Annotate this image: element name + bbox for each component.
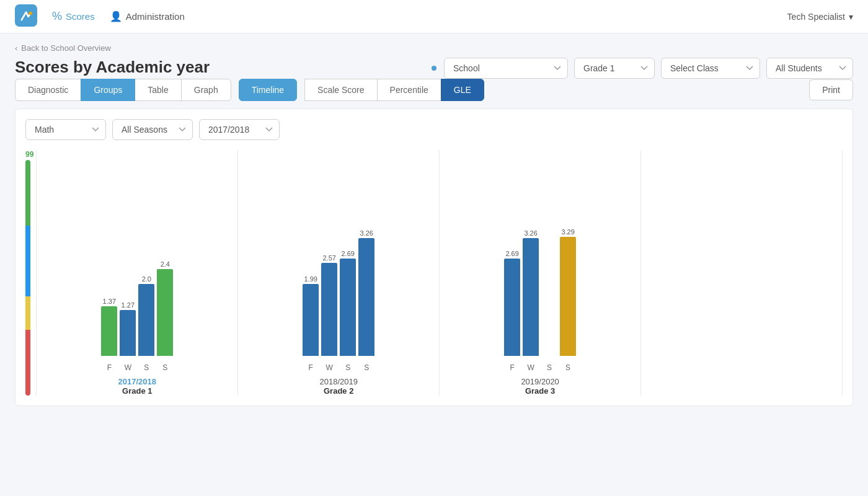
logo [15, 4, 37, 29]
students-filter[interactable]: All Students [766, 58, 853, 79]
bar-wrapper-2-f: 1.99 [303, 275, 319, 356]
bar-wrapper-1-s2: 2.4 [157, 260, 173, 356]
chart-filters: Math All Seasons 2017/2018 [25, 119, 843, 140]
bar-wrapper-2-w: 2.57 [321, 254, 337, 356]
bar-2-f [303, 284, 319, 356]
bar-value-1-s2: 2.4 [161, 260, 170, 268]
bars-area-4 [646, 150, 837, 388]
nav-scores[interactable]: % Scores [52, 10, 95, 23]
class-filter[interactable]: Select Class [661, 58, 760, 79]
chart-column-1: 1.37 1.27 2.0 2.4 [36, 150, 237, 396]
bar-wrapper-3-f: 2.69 [504, 250, 520, 356]
svg-point-1 [29, 12, 32, 15]
x-labels-2: F W S S [243, 361, 434, 372]
tab-timeline[interactable]: Timeline [239, 79, 297, 101]
col-year-1: 2017/2018 [42, 377, 232, 386]
header-left: % Scores 👤 Administration [15, 4, 185, 29]
bar-group-3: 2.69 3.26 3.29 [504, 228, 576, 356]
svg-rect-0 [15, 4, 37, 27]
bar-1-w [120, 310, 136, 356]
season-filter[interactable]: All Seasons [112, 119, 193, 140]
chart-container: Math All Seasons 2017/2018 99 1.37 [15, 108, 853, 406]
school-filter[interactable]: School [444, 58, 568, 79]
col-footer-1: 2017/2018 Grade 1 [42, 372, 232, 396]
bar-value-1-s1: 2.0 [142, 275, 151, 283]
bar-value-3-f: 2.69 [505, 250, 518, 257]
user-name: Tech Specialist [787, 12, 845, 22]
tab-diagnostic[interactable]: Diagnostic [15, 79, 81, 101]
bar-3-f [504, 259, 520, 356]
user-menu[interactable]: Tech Specialist ▾ [787, 12, 853, 22]
admin-icon: 👤 [110, 11, 122, 22]
bar-value-2-w: 2.57 [323, 254, 336, 262]
bar-3-s2 [560, 237, 576, 356]
bar-wrapper-2-s1: 2.69 [340, 250, 356, 356]
col-footer-2: 2018/2019 Grade 2 [243, 372, 434, 396]
bar-value-1-f: 1.37 [103, 298, 116, 305]
bar-2-s2 [358, 238, 374, 356]
tab-table[interactable]: Table [135, 79, 181, 101]
col-year-3: 2019/2020 [445, 377, 636, 386]
bar-value-2-f: 1.99 [304, 275, 317, 283]
bars-area-1: 1.37 1.27 2.0 2.4 [42, 150, 232, 361]
chevron-down-icon: ▾ [849, 12, 853, 22]
bars-area-2: 1.99 2.57 2.69 3.26 [243, 150, 434, 361]
bar-2-s1 [340, 259, 356, 356]
chart-column-4 [640, 150, 843, 396]
grade-filter[interactable]: Grade 1 [574, 58, 655, 79]
bar-value-2-s1: 2.69 [342, 250, 355, 257]
nav-administration[interactable]: 👤 Administration [110, 11, 185, 22]
x-label-f: F [101, 363, 117, 372]
y-label: 99 [25, 150, 33, 159]
back-link[interactable]: ‹ Back to School Overview [0, 33, 868, 53]
bar-wrapper-1-w: 1.27 [120, 301, 136, 356]
bar-value-1-w: 1.27 [122, 301, 135, 309]
year-filter[interactable]: 2017/2018 [199, 119, 280, 140]
bar-wrapper-2-s2: 3.26 [358, 229, 374, 356]
bar-wrapper-3-s1 [541, 347, 557, 356]
page-title: Scores by Academic year [15, 58, 210, 77]
x-label-s: S [138, 363, 154, 372]
col-grade-3: Grade 3 [445, 386, 636, 396]
nav-admin-label: Administration [126, 11, 185, 22]
x-labels-3: F W S S [445, 361, 636, 372]
chart-column-2: 1.99 2.57 2.69 3.26 [237, 150, 439, 396]
bar-1-s1 [138, 284, 154, 356]
chevron-left-icon: ‹ [15, 43, 17, 53]
tab-groups[interactable]: Groups [81, 79, 135, 101]
tab-scale-score[interactable]: Scale Score [304, 79, 377, 101]
bar-value-3-w: 3.26 [524, 229, 537, 237]
bar-value-2-s2: 3.26 [360, 229, 373, 237]
scores-icon: % [52, 10, 62, 23]
col-year-2: 2018/2019 [243, 377, 434, 386]
tab-gle[interactable]: GLE [441, 79, 484, 101]
bar-group-2: 1.99 2.57 2.69 3.26 [303, 229, 374, 356]
tab-percentile[interactable]: Percentile [377, 79, 441, 101]
bar-wrapper-1-s1: 2.0 [138, 275, 154, 356]
bar-2-w [321, 263, 337, 356]
x-label-2-s: S [340, 363, 356, 372]
header: % Scores 👤 Administration Tech Specialis… [0, 0, 868, 33]
col-grade-2: Grade 2 [243, 386, 434, 396]
bar-1-s2 [157, 269, 173, 356]
col-footer-4 [646, 391, 837, 396]
col-grade-1: Grade 1 [42, 386, 232, 396]
tabs-row: Diagnostic Groups Table Graph Timeline S… [0, 79, 868, 108]
bars-area-3: 2.69 3.26 3.29 [445, 150, 636, 361]
bar-wrapper-3-w: 3.26 [523, 229, 539, 356]
x-label-3-f: F [504, 363, 520, 372]
bar-value-3-s1 [549, 347, 551, 355]
print-button[interactable]: Print [809, 79, 853, 100]
col-footer-3: 2019/2020 Grade 3 [445, 372, 636, 396]
x-label-3-s2: S [560, 363, 576, 372]
bar-wrapper-1-f: 1.37 [101, 298, 117, 356]
x-label-3-w: W [523, 363, 539, 372]
nav-scores-label: Scores [66, 11, 95, 22]
x-label-w: W [120, 363, 136, 372]
chart-column-3: 2.69 3.26 3.29 [439, 150, 640, 396]
x-label-2-w: W [321, 363, 337, 372]
x-label-3-s: S [541, 363, 557, 372]
subject-filter[interactable]: Math [25, 119, 106, 140]
x-label-2-s2: S [358, 363, 374, 372]
tab-graph[interactable]: Graph [181, 79, 231, 101]
